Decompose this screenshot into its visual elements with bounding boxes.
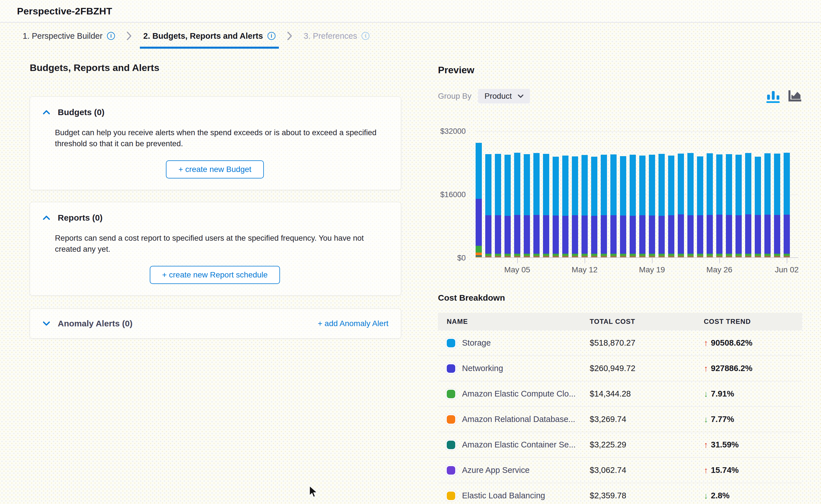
bar-segment-networking [572,215,578,254]
chart-bar[interactable] [524,154,530,257]
chart-bar[interactable] [581,155,588,257]
bar-segment-ec2 [553,254,559,256]
bar-segment-networking [504,216,511,254]
bar-segment-storage [620,156,626,216]
bar-segment-elb [745,257,751,257]
group-by-select[interactable]: Product [478,89,530,104]
table-row: Amazon Relational Database... $3,269.74 … [438,407,802,432]
bar-chart-icon[interactable] [766,89,781,103]
row-name: Storage [462,338,491,348]
add-anomaly-alert-link[interactable]: + add Anomaly Alert [318,319,388,328]
bar-segment-networking [716,215,723,254]
chart-bar[interactable] [495,154,501,257]
chart-bar[interactable] [764,153,771,257]
bar-segment-ec2 [764,254,771,256]
chart-bar[interactable] [591,157,597,257]
chart-bar[interactable] [610,154,617,257]
section-title: Budgets, Reports and Alerts [30,62,419,73]
chart-bar[interactable] [697,156,703,257]
bar-segment-elb [630,257,636,257]
preview-cost-chart: $32000$16000$0 May 05May 12May 19May 26J… [476,131,798,258]
preview-controls: Group By Product [438,89,802,104]
chevron-up-icon[interactable] [42,110,50,115]
chart-bar[interactable] [562,156,568,257]
tab-perspective-builder[interactable]: 1. Perspective Builder i [23,23,115,49]
bar-segment-ec2 [784,254,790,256]
chart-bar[interactable] [553,157,559,257]
info-icon[interactable]: i [107,32,115,40]
chevron-up-icon[interactable] [42,215,50,220]
chart-bar[interactable] [620,156,626,257]
bar-segment-elb [524,257,530,257]
bar-segment-storage [678,154,684,214]
bar-segment-elb [591,257,597,257]
chart-bar[interactable] [726,154,732,257]
tab-budgets-reports-alerts[interactable]: 2. Budgets, Reports and Alerts i [143,23,276,49]
bar-segment-storage [764,153,771,215]
chart-bar[interactable] [755,157,761,257]
bar-segment-networking [649,216,655,254]
row-total-cost: $2,359.78 [590,491,704,500]
chart-bar[interactable] [504,155,511,257]
chevron-right-icon [126,31,132,41]
bar-segment-ec2 [745,254,751,256]
create-budget-button[interactable]: + create new Budget [166,160,264,178]
chart-bar[interactable] [533,153,539,257]
bar-segment-ec2 [562,254,568,256]
bar-segment-networking [755,215,761,254]
chart-bar[interactable] [707,153,713,257]
chevron-down-icon [517,94,524,98]
bar-segment-networking [581,216,588,254]
chart-bar[interactable] [784,153,790,257]
column-header-name: NAME [447,318,590,326]
bar-segment-networking [630,216,636,254]
chart-bar[interactable] [736,155,742,257]
bar-segment-ec2 [639,254,646,256]
bar-segment-ec2 [543,254,549,256]
chart-bar[interactable] [745,153,751,257]
chart-bar[interactable] [476,143,482,257]
chart-bar[interactable] [774,154,780,257]
bar-segment-ec2 [707,254,713,256]
info-icon[interactable]: i [362,32,369,40]
chart-bar[interactable] [687,153,694,257]
chart-bar[interactable] [485,154,491,257]
page-title: Perspective-2FBZHT [17,6,112,17]
bar-segment-ec2 [495,254,501,256]
chart-bar[interactable] [678,154,684,257]
x-axis-tick [584,258,585,263]
bar-segment-networking [639,215,646,254]
row-total-cost: $518,870.27 [590,338,704,348]
bar-segment-ec2 [687,254,694,256]
tab-preferences[interactable]: 3. Preferences i [304,23,370,49]
chart-bar[interactable] [639,156,646,257]
chart-bars [476,131,798,257]
info-icon[interactable]: i [268,32,276,40]
chart-bar[interactable] [514,153,520,257]
chart-bar[interactable] [649,155,655,257]
bar-segment-ec2 [649,254,655,256]
row-trend-value: 90508.62% [711,338,753,348]
chart-bar[interactable] [659,154,665,257]
bar-segment-ec2 [504,254,511,256]
chart-bar[interactable] [630,155,636,257]
chart-bar[interactable] [668,156,674,257]
bar-segment-networking [591,216,597,254]
table-row: Storage $518,870.27 ↑ 90508.62% [438,330,802,356]
chart-bar[interactable] [543,154,549,257]
bar-segment-storage [659,154,665,216]
reports-description: Reports can send a cost report to specif… [55,233,387,255]
tab-label: 1. Perspective Builder [23,31,102,41]
chart-bar[interactable] [572,156,578,257]
row-total-cost: $14,344.28 [590,389,704,399]
bar-segment-elb [659,257,665,257]
create-report-schedule-button[interactable]: + create new Report schedule [150,266,280,284]
chart-bar[interactable] [601,155,607,257]
bar-segment-elb [620,257,626,257]
chart-bar[interactable] [716,154,723,257]
row-total-cost: $3,269.74 [590,415,704,424]
area-chart-icon[interactable] [788,89,802,103]
chevron-down-icon[interactable] [42,321,50,326]
chevron-right-icon [287,31,293,41]
bar-segment-networking [533,215,539,254]
